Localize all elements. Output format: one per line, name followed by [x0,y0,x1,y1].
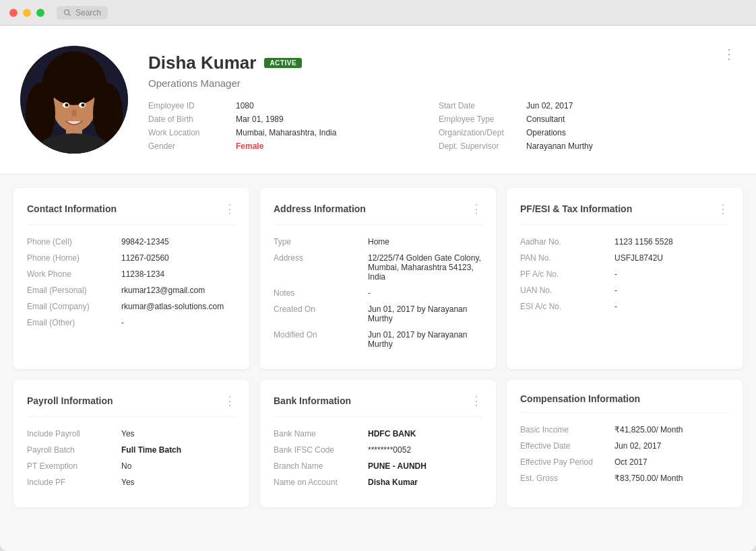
org-dept-label: Organization/Dept [439,128,513,137]
start-date-value: Jun 02, 2017 [526,101,573,110]
work-location-value: Mumbai, Maharashtra, India [236,128,336,137]
field-value: Jun 02, 2017 [615,441,661,451]
field-row: Work Phone 11238-1234 [27,269,236,279]
field-row: PAN No. USFJL8742U [520,253,729,263]
field-value: No [121,461,131,471]
employee-name: Disha Kumar [148,53,256,73]
payroll-card: Payroll Information ⋮ Include Payroll Ye… [13,380,249,507]
field-label: Created On [274,304,361,323]
field-label: ESI A/c No. [520,302,608,311]
field-label: Modified On [274,330,361,349]
address-menu-button[interactable]: ⋮ [470,201,482,216]
contact-menu-button[interactable]: ⋮ [224,201,236,216]
field-value: rkumar@atlas-solutions.com [121,302,224,311]
field-row: PT Exemption No [27,461,236,471]
status-badge: ACTIVE [264,58,302,68]
contact-card-header: Contact Information ⋮ [27,201,236,225]
start-date-label: Start Date [439,101,513,110]
search-placeholder: Search [75,8,101,18]
field-row: Bank IFSC Code ********0052 [274,445,482,455]
field-label: Phone (Cell) [27,237,115,247]
dob-label: Date of Birth [148,115,222,124]
field-value: - [615,286,617,295]
employee-id-row: Employee ID 1080 [148,101,439,110]
field-row: Effective Pay Period Oct 2017 [520,457,729,467]
field-value: 99842-12345 [121,237,169,247]
compensation-card: Compensation Information Basic Income ₹4… [507,380,743,507]
field-row: Modified On Jun 01, 2017 by Narayanan Mu… [274,330,482,349]
profile-more-button[interactable]: ⋮ [722,46,736,62]
gender-row: Gender Female [148,141,439,151]
org-dept-value: Operations [526,128,566,137]
employee-type-row: Employee Type Consultant [439,115,729,124]
field-label: Work Phone [27,269,115,279]
field-value: - [615,302,617,311]
field-value: USFJL8742U [615,253,663,263]
svg-point-5 [49,65,100,105]
field-value: Jun 01, 2017 by Narayanan Murthy [368,304,482,323]
field-row: Email (Personal) rkumar123@gmail.com [27,286,236,295]
field-value: ₹41,825.00/ Month [615,425,683,434]
gender-value: Female [236,141,263,151]
field-label: Email (Company) [27,302,115,311]
gender-label: Gender [148,141,222,151]
field-row: UAN No. - [520,286,729,295]
field-label: Basic Income [520,425,608,434]
field-value: 1123 1156 5528 [615,237,673,247]
field-value: 11238-1234 [121,269,164,279]
field-row: Include Payroll Yes [27,429,236,439]
compensation-card-header: Compensation Information [520,393,729,413]
details-col-right: Start Date Jun 02, 2017 Employee Type Co… [439,101,729,151]
field-row: Email (Other) - [27,318,236,327]
field-row: Address 12/225/74 Golden Gate Colony, Mu… [274,253,482,282]
app-window: Search [0,0,756,551]
field-value: Yes [121,429,135,439]
search-bar[interactable]: Search [57,6,108,20]
svg-line-1 [69,13,71,15]
field-label: PF A/c No. [520,269,608,279]
field-value: Oct 2017 [615,457,648,467]
bank-menu-button[interactable]: ⋮ [470,393,482,408]
field-label: Notes [274,288,361,298]
profile-header: Disha Kumar ACTIVE Operations Manager Em… [0,26,756,174]
address-card-title: Address Information [274,203,366,214]
field-label: Type [274,237,361,247]
field-row: Notes - [274,288,482,298]
svg-point-13 [82,104,85,107]
field-label: Payroll Batch [27,445,115,455]
content-area: Disha Kumar ACTIVE Operations Manager Em… [0,26,756,551]
field-label: Bank IFSC Code [274,445,361,455]
field-label: Est. Gross [520,474,608,483]
field-row: Include PF Yes [27,478,236,487]
field-label: Email (Other) [27,318,115,327]
bank-card: Bank Information ⋮ Bank Name HDFC BANK B… [260,380,496,507]
field-value: Yes [121,478,135,487]
employee-type-label: Employee Type [439,115,513,124]
field-label: Effective Pay Period [520,457,608,467]
field-value: PUNE - AUNDH [368,461,427,471]
field-label: Name on Account [274,478,361,487]
job-title: Operations Manager [148,77,729,89]
close-button[interactable] [9,9,18,17]
avatar [20,46,128,154]
field-label: Phone (Home) [27,253,115,263]
dept-supervisor-value: Narayanan Murthy [526,141,593,151]
work-location-label: Work Location [148,128,222,137]
field-row: Aadhar No. 1123 1156 5528 [520,237,729,247]
compensation-card-title: Compensation Information [520,393,640,404]
field-row: PF A/c No. - [520,269,729,279]
payroll-menu-button[interactable]: ⋮ [224,393,236,408]
field-row: ESI A/c No. - [520,302,729,311]
payroll-card-title: Payroll Information [27,395,113,406]
svg-point-12 [65,104,69,107]
minimize-button[interactable] [23,9,31,17]
tax-card: PF/ESI & Tax Information ⋮ Aadhar No. 11… [507,188,743,369]
tax-menu-button[interactable]: ⋮ [717,201,729,216]
employee-id-value: 1080 [236,101,254,110]
address-card: Address Information ⋮ Type Home Address … [260,188,496,369]
field-value: - [368,288,371,298]
field-label: Bank Name [274,429,361,439]
svg-point-14 [71,110,77,117]
maximize-button[interactable] [36,9,44,17]
name-row: Disha Kumar ACTIVE [148,53,729,73]
